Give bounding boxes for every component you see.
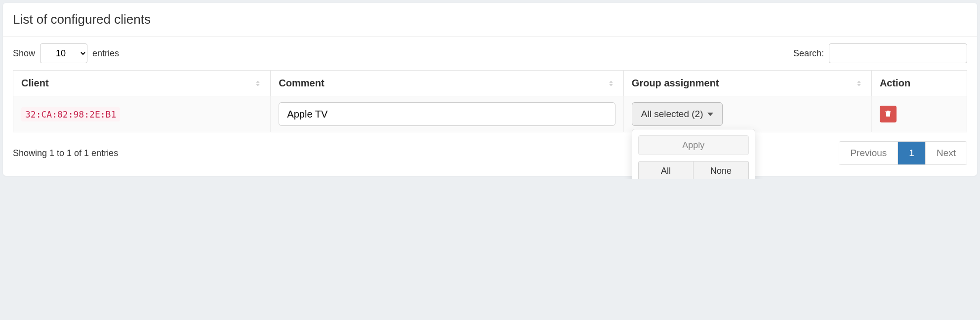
search-input[interactable] — [829, 43, 967, 63]
cell-action — [871, 96, 967, 132]
panel-body: Show 10 entries Search: Client — [3, 37, 977, 176]
delete-button[interactable] — [880, 106, 897, 122]
panel-header: List of configured clients — [3, 3, 977, 37]
client-mac: 32:CA:82:98:2E:B1 — [21, 107, 120, 121]
panel-title: List of configured clients — [13, 12, 967, 27]
comment-input[interactable] — [279, 102, 615, 126]
page-next-button[interactable]: Next — [926, 142, 967, 164]
th-comment[interactable]: Comment — [271, 71, 623, 96]
cell-client: 32:CA:82:98:2E:B1 — [13, 96, 271, 132]
caret-down-icon — [707, 113, 713, 116]
page-number-button[interactable]: 1 — [898, 142, 926, 164]
entries-select[interactable]: 10 — [40, 43, 87, 63]
length-show-label: Show — [13, 48, 35, 59]
table-bottombar: Showing 1 to 1 of 1 entries Previous 1 N… — [13, 141, 967, 165]
sort-icon — [855, 79, 863, 88]
search-label: Search: — [793, 48, 824, 59]
sort-icon — [253, 79, 262, 88]
th-group[interactable]: Group assignment — [623, 71, 871, 96]
group-dropdown-label: All selected (2) — [641, 109, 703, 120]
group-dropdown-toggle[interactable]: All selected (2) — [632, 102, 723, 126]
group-dropdown-menu: Apply All None Default — [632, 129, 755, 179]
table-info: Showing 1 to 1 of 1 entries — [13, 148, 118, 159]
sort-icon — [607, 79, 615, 88]
page-previous-button[interactable]: Previous — [839, 142, 898, 164]
th-action-label: Action — [880, 78, 910, 89]
pagination: Previous 1 Next — [839, 141, 967, 165]
clients-panel: List of configured clients Show 10 entri… — [3, 3, 977, 176]
th-group-label: Group assignment — [632, 78, 719, 89]
group-select-all-button[interactable]: All — [638, 161, 694, 179]
clients-table: Client Comment — [13, 70, 967, 132]
th-client[interactable]: Client — [13, 71, 271, 96]
cell-group: All selected (2) Apply All None — [623, 96, 871, 132]
length-entries-label: entries — [92, 48, 119, 59]
cell-comment — [271, 96, 623, 132]
th-comment-label: Comment — [279, 78, 324, 89]
th-client-label: Client — [21, 78, 49, 89]
table-row: 32:CA:82:98:2E:B1 All selected (2) A — [13, 96, 967, 132]
group-apply-button[interactable]: Apply — [638, 135, 749, 155]
group-select: All selected (2) Apply All None — [632, 102, 723, 126]
table-header-row: Client Comment — [13, 71, 967, 96]
trash-icon — [884, 109, 893, 120]
search-wrap: Search: — [793, 43, 967, 63]
table-topbar: Show 10 entries Search: — [13, 43, 967, 63]
th-action: Action — [871, 71, 967, 96]
length-menu: Show 10 entries — [13, 43, 119, 63]
group-select-all-none: All None — [638, 161, 749, 179]
group-select-none-button[interactable]: None — [694, 161, 749, 179]
